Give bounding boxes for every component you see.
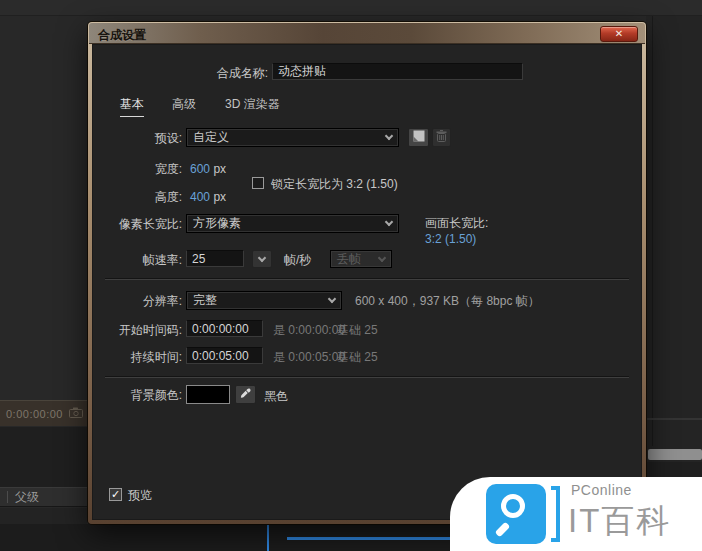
height-unit: px bbox=[213, 190, 226, 204]
time-indicator-line bbox=[267, 524, 269, 551]
frame-rate-unit: 帧/秒 bbox=[284, 252, 311, 268]
height-label: 高度: bbox=[92, 189, 182, 205]
tab-3d-renderer[interactable]: 3D 渲染器 bbox=[225, 96, 280, 116]
background-panel bbox=[0, 427, 87, 487]
resolution-dropdown[interactable]: 完整 bbox=[186, 291, 342, 310]
duration-label: 持续时间: bbox=[92, 349, 182, 365]
duration-base: 基础 25 bbox=[337, 349, 378, 365]
background-color-label: 背景颜色: bbox=[92, 387, 182, 403]
composition-name-label: 合成名称: bbox=[92, 65, 268, 81]
width-value[interactable]: 600 bbox=[190, 162, 210, 176]
preview-checkbox[interactable]: ✓ bbox=[109, 488, 122, 501]
delete-preset-button[interactable] bbox=[432, 128, 451, 147]
chevron-down-icon bbox=[385, 132, 393, 140]
chevron-down-icon bbox=[328, 295, 336, 303]
panel-highlight-line bbox=[287, 537, 455, 540]
lock-aspect-checkbox[interactable] bbox=[252, 177, 264, 189]
tab-advanced[interactable]: 高级 bbox=[172, 96, 196, 116]
preview-label: 预览 bbox=[128, 487, 152, 503]
timeline-timecode[interactable]: 0:00:00:00 bbox=[0, 408, 63, 420]
width-label: 宽度: bbox=[92, 161, 182, 177]
eyedropper-button[interactable] bbox=[235, 385, 256, 404]
background-color-swatch[interactable] bbox=[186, 385, 230, 404]
horizontal-scrollbar[interactable] bbox=[648, 449, 702, 460]
magnifier-icon bbox=[501, 494, 525, 518]
close-button[interactable]: ✕ bbox=[600, 26, 638, 42]
frame-rate-label: 帧速率: bbox=[92, 252, 182, 268]
dialog-title: 合成设置 bbox=[98, 27, 146, 44]
start-timecode-converted: 是 0:00:00:00 bbox=[273, 322, 345, 338]
chevron-down-icon bbox=[258, 253, 266, 261]
width-value-row: 600 px bbox=[190, 161, 226, 177]
width-unit: px bbox=[213, 162, 226, 176]
watermark-title: IT百科 bbox=[568, 499, 671, 544]
bracket-icon bbox=[551, 486, 560, 542]
resolution-value: 完整 bbox=[193, 292, 329, 309]
parent-column-label: 父级 bbox=[8, 489, 39, 506]
frame-aspect-label: 画面长宽比: bbox=[425, 215, 488, 231]
tab-basic[interactable]: 基本 bbox=[120, 96, 144, 117]
dialog-titlebar[interactable]: 合成设置 ✕ bbox=[89, 23, 645, 44]
chevron-down-icon bbox=[378, 253, 386, 261]
trash-icon bbox=[436, 130, 447, 145]
check-icon: ✓ bbox=[111, 488, 120, 500]
frame-rate-dropdown-button[interactable] bbox=[252, 250, 272, 268]
height-value-row: 400 px bbox=[190, 189, 226, 205]
screen: 0:00:00:00 父级 合成设置 ✕ 合成名称: 基本 高级 3D bbox=[0, 0, 702, 551]
new-preset-icon bbox=[412, 130, 425, 146]
watermark-logo bbox=[486, 484, 546, 544]
composition-settings-dialog: 合成设置 ✕ 合成名称: 基本 高级 3D 渲染器 预设: 自定义 bbox=[88, 22, 646, 524]
magnifier-handle bbox=[495, 522, 511, 538]
preset-dropdown[interactable]: 自定义 bbox=[186, 128, 399, 147]
close-icon: ✕ bbox=[615, 28, 623, 39]
composition-name-input[interactable] bbox=[272, 63, 523, 80]
eyedropper-icon bbox=[239, 387, 252, 403]
lock-aspect-label: 锁定长宽比为 3:2 (1.50) bbox=[271, 176, 398, 192]
background-top-strip bbox=[0, 0, 702, 16]
dialog-content: 合成名称: 基本 高级 3D 渲染器 预设: 自定义 bbox=[92, 44, 642, 520]
preset-value: 自定义 bbox=[193, 129, 386, 146]
duration-converted: 是 0:00:05:00 bbox=[273, 349, 345, 365]
panel-divider bbox=[646, 418, 702, 420]
dropframe-value: 丢帧 bbox=[337, 251, 379, 268]
height-value[interactable]: 400 bbox=[190, 190, 210, 204]
frame-rate-input[interactable] bbox=[186, 250, 244, 267]
camera-icon bbox=[69, 407, 83, 421]
separator bbox=[105, 376, 629, 378]
pixel-aspect-label: 像素长宽比: bbox=[92, 216, 182, 232]
preset-label: 预设: bbox=[92, 130, 182, 146]
resolution-info: 600 x 400，937 KB（每 8bpc 帧） bbox=[355, 293, 540, 309]
panel-divider bbox=[652, 16, 653, 446]
start-timecode-input[interactable] bbox=[186, 320, 263, 337]
timeline-timecode-panel[interactable]: 0:00:00:00 bbox=[0, 400, 87, 426]
duration-input[interactable] bbox=[186, 347, 263, 364]
separator bbox=[105, 278, 629, 280]
watermark-brand: PConline bbox=[571, 482, 632, 498]
resolution-label: 分辨率: bbox=[92, 293, 182, 309]
pixel-aspect-dropdown[interactable]: 方形像素 bbox=[186, 214, 399, 233]
pixel-aspect-value: 方形像素 bbox=[193, 215, 386, 232]
frame-aspect-value: 3:2 (1.50) bbox=[425, 231, 476, 247]
chevron-down-icon bbox=[385, 218, 393, 226]
parent-column-header: 父级 bbox=[0, 487, 87, 507]
watermark: PConline IT百科 bbox=[450, 477, 702, 551]
start-timecode-label: 开始时间码: bbox=[92, 322, 182, 338]
dropframe-dropdown: 丢帧 bbox=[330, 250, 392, 268]
background-color-name: 黑色 bbox=[264, 388, 288, 404]
background-panel bbox=[646, 16, 702, 524]
start-timecode-base: 基础 25 bbox=[337, 322, 378, 338]
save-preset-button[interactable] bbox=[408, 128, 429, 147]
